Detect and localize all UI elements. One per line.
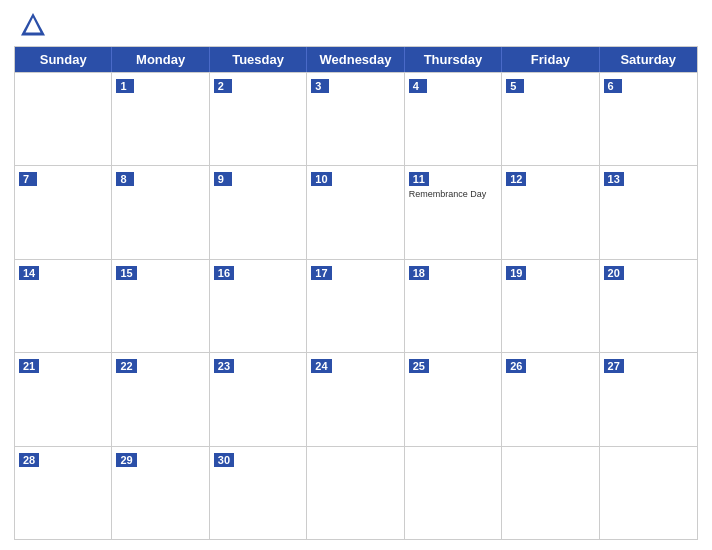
day-cell: 8 bbox=[112, 166, 209, 258]
logo bbox=[18, 10, 52, 40]
day-number: 14 bbox=[19, 266, 39, 280]
day-number: 12 bbox=[506, 172, 526, 186]
day-header-friday: Friday bbox=[502, 47, 599, 72]
day-header-wednesday: Wednesday bbox=[307, 47, 404, 72]
day-number: 27 bbox=[604, 359, 624, 373]
day-number: 29 bbox=[116, 453, 136, 467]
day-number: 6 bbox=[604, 79, 622, 93]
day-cell: 23 bbox=[210, 353, 307, 445]
day-number: 3 bbox=[311, 79, 329, 93]
day-header-monday: Monday bbox=[112, 47, 209, 72]
day-cell: 14 bbox=[15, 260, 112, 352]
day-cell: 24 bbox=[307, 353, 404, 445]
header bbox=[14, 10, 698, 40]
calendar-page: SundayMondayTuesdayWednesdayThursdayFrid… bbox=[0, 0, 712, 550]
week-row-0: 123456 bbox=[15, 72, 697, 165]
day-cell: 20 bbox=[600, 260, 697, 352]
week-row-2: 14151617181920 bbox=[15, 259, 697, 352]
day-number bbox=[19, 88, 37, 90]
day-header-saturday: Saturday bbox=[600, 47, 697, 72]
day-cell: 4 bbox=[405, 73, 502, 165]
day-cell: 29 bbox=[112, 447, 209, 539]
day-number bbox=[311, 462, 329, 464]
day-number: 17 bbox=[311, 266, 331, 280]
day-number: 25 bbox=[409, 359, 429, 373]
day-cell: 30 bbox=[210, 447, 307, 539]
day-number: 28 bbox=[19, 453, 39, 467]
day-number: 26 bbox=[506, 359, 526, 373]
day-headers-row: SundayMondayTuesdayWednesdayThursdayFrid… bbox=[15, 47, 697, 72]
day-cell: 26 bbox=[502, 353, 599, 445]
day-number: 10 bbox=[311, 172, 331, 186]
day-header-tuesday: Tuesday bbox=[210, 47, 307, 72]
day-number: 21 bbox=[19, 359, 39, 373]
day-number: 8 bbox=[116, 172, 134, 186]
day-cell: 6 bbox=[600, 73, 697, 165]
day-cell: 1 bbox=[112, 73, 209, 165]
day-number: 5 bbox=[506, 79, 524, 93]
day-cell: 22 bbox=[112, 353, 209, 445]
day-cell: 19 bbox=[502, 260, 599, 352]
day-number: 22 bbox=[116, 359, 136, 373]
day-number bbox=[604, 462, 622, 464]
day-cell bbox=[502, 447, 599, 539]
week-row-1: 7891011Remembrance Day1213 bbox=[15, 165, 697, 258]
week-row-3: 21222324252627 bbox=[15, 352, 697, 445]
day-number: 23 bbox=[214, 359, 234, 373]
day-number: 4 bbox=[409, 79, 427, 93]
day-cell: 15 bbox=[112, 260, 209, 352]
day-number: 9 bbox=[214, 172, 232, 186]
day-number: 18 bbox=[409, 266, 429, 280]
day-cell: 7 bbox=[15, 166, 112, 258]
day-cell: 10 bbox=[307, 166, 404, 258]
day-cell: 2 bbox=[210, 73, 307, 165]
day-cell: 11Remembrance Day bbox=[405, 166, 502, 258]
day-cell bbox=[15, 73, 112, 165]
day-cell bbox=[600, 447, 697, 539]
day-number bbox=[409, 462, 427, 464]
day-header-thursday: Thursday bbox=[405, 47, 502, 72]
calendar-grid: SundayMondayTuesdayWednesdayThursdayFrid… bbox=[14, 46, 698, 540]
day-cell: 5 bbox=[502, 73, 599, 165]
day-cell bbox=[307, 447, 404, 539]
day-number: 16 bbox=[214, 266, 234, 280]
day-number: 19 bbox=[506, 266, 526, 280]
day-number: 24 bbox=[311, 359, 331, 373]
day-event: Remembrance Day bbox=[409, 189, 497, 200]
day-number: 13 bbox=[604, 172, 624, 186]
day-cell: 28 bbox=[15, 447, 112, 539]
week-row-4: 282930 bbox=[15, 446, 697, 539]
day-cell: 17 bbox=[307, 260, 404, 352]
day-cell: 18 bbox=[405, 260, 502, 352]
day-number bbox=[506, 462, 524, 464]
day-number: 11 bbox=[409, 172, 429, 186]
day-cell: 12 bbox=[502, 166, 599, 258]
day-cell: 16 bbox=[210, 260, 307, 352]
weeks-container: 1234567891011Remembrance Day121314151617… bbox=[15, 72, 697, 539]
day-cell bbox=[405, 447, 502, 539]
day-cell: 25 bbox=[405, 353, 502, 445]
day-cell: 9 bbox=[210, 166, 307, 258]
day-cell: 27 bbox=[600, 353, 697, 445]
day-number: 15 bbox=[116, 266, 136, 280]
day-number: 7 bbox=[19, 172, 37, 186]
day-cell: 13 bbox=[600, 166, 697, 258]
day-number: 30 bbox=[214, 453, 234, 467]
generalblue-logo-icon bbox=[18, 10, 48, 40]
day-cell: 21 bbox=[15, 353, 112, 445]
day-number: 20 bbox=[604, 266, 624, 280]
day-cell: 3 bbox=[307, 73, 404, 165]
day-number: 2 bbox=[214, 79, 232, 93]
day-number: 1 bbox=[116, 79, 134, 93]
day-header-sunday: Sunday bbox=[15, 47, 112, 72]
